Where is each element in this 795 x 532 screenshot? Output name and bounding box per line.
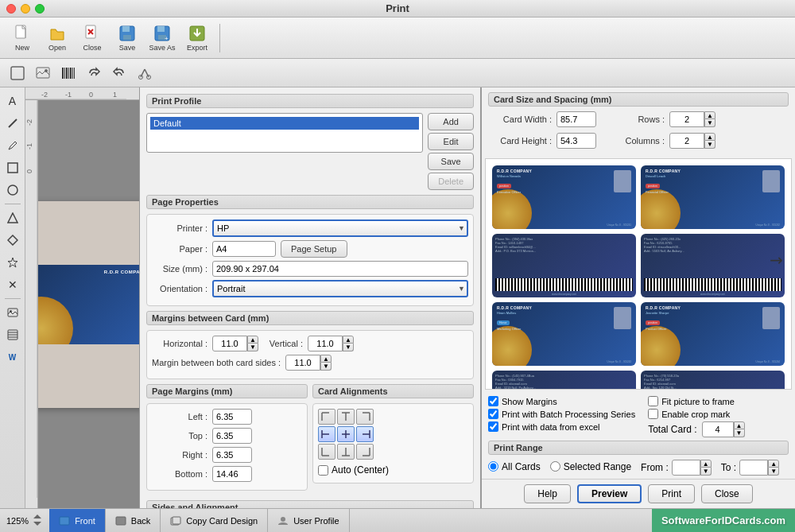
- between-up[interactable]: ▲: [320, 355, 332, 363]
- to-down[interactable]: ▼: [768, 468, 779, 476]
- user-profile-tab[interactable]: User Profile: [268, 509, 349, 532]
- pencil-tool[interactable]: [2, 135, 23, 156]
- align-center-top[interactable]: [337, 409, 355, 425]
- card-width-input[interactable]: [556, 111, 596, 127]
- rows-up[interactable]: ▲: [704, 111, 716, 119]
- horizontal-up[interactable]: ▲: [247, 336, 258, 344]
- fit-picture-checkbox[interactable]: [648, 396, 658, 406]
- save-profile-btn[interactable]: Save: [428, 153, 474, 170]
- save-button[interactable]: Save: [111, 21, 143, 56]
- open-button[interactable]: Open: [41, 21, 73, 56]
- new-button[interactable]: New: [6, 21, 38, 56]
- between-down[interactable]: ▼: [320, 363, 332, 371]
- card-height-input[interactable]: [556, 133, 596, 149]
- total-card-up[interactable]: ▲: [734, 421, 745, 429]
- paper-input[interactable]: [212, 241, 276, 257]
- enable-crop-checkbox[interactable]: [648, 409, 658, 419]
- from-up[interactable]: ▲: [700, 460, 712, 468]
- bottom-input[interactable]: [212, 466, 252, 482]
- zoom-stepper[interactable]: [32, 513, 43, 529]
- cut-btn[interactable]: [134, 62, 156, 84]
- line-tool[interactable]: [2, 113, 23, 134]
- orientation-select[interactable]: Portrait Landscape: [212, 280, 468, 297]
- horizontal-down[interactable]: ▼: [247, 344, 258, 351]
- undo-btn[interactable]: [83, 62, 105, 84]
- export-button[interactable]: Export: [181, 21, 213, 56]
- book-tool[interactable]: [2, 324, 23, 345]
- between-spinner: ▲ ▼: [285, 355, 332, 371]
- save-as-button[interactable]: + Save As: [146, 21, 178, 56]
- align-center-bot[interactable]: [337, 444, 355, 460]
- columns-up[interactable]: ▲: [704, 133, 716, 141]
- circle-tool[interactable]: [2, 180, 23, 200]
- to-input[interactable]: [739, 460, 768, 476]
- vertical-up[interactable]: ▲: [343, 336, 354, 344]
- align-right-bot[interactable]: [356, 444, 374, 460]
- align-left-bot[interactable]: [318, 444, 335, 460]
- printer-select[interactable]: HP: [212, 219, 468, 237]
- size-input[interactable]: [212, 261, 468, 277]
- excel-data-checkbox[interactable]: [488, 421, 498, 432]
- page-setup-btn[interactable]: Page Setup: [281, 240, 347, 258]
- star-tool[interactable]: [2, 252, 23, 273]
- top-input[interactable]: [212, 428, 252, 444]
- delete-profile-btn[interactable]: Delete: [428, 173, 474, 190]
- profile-item-default[interactable]: Default: [150, 117, 419, 130]
- triangle-tool[interactable]: [2, 208, 23, 228]
- image-tool[interactable]: [2, 302, 23, 323]
- select-tool-btn[interactable]: [6, 62, 29, 84]
- to-up[interactable]: ▲: [768, 460, 779, 468]
- help-btn[interactable]: Help: [524, 484, 571, 503]
- horizontal-input[interactable]: [212, 336, 247, 351]
- rectangle-tool[interactable]: [2, 157, 23, 178]
- text-tool[interactable]: A: [2, 91, 23, 111]
- print-btn[interactable]: Print: [648, 484, 695, 503]
- traffic-lights[interactable]: [6, 4, 45, 14]
- redo-btn[interactable]: [108, 62, 130, 84]
- vertical-input[interactable]: [308, 336, 343, 351]
- close-button[interactable]: Close: [76, 21, 108, 56]
- rows-down[interactable]: ▼: [704, 119, 716, 127]
- maximize-traffic-light[interactable]: [35, 4, 45, 14]
- selected-range-radio[interactable]: [550, 461, 560, 472]
- from-down[interactable]: ▼: [700, 468, 712, 476]
- align-left-top[interactable]: [318, 409, 335, 425]
- between-input[interactable]: [285, 355, 320, 371]
- show-margins-checkbox[interactable]: [488, 396, 498, 406]
- add-profile-btn[interactable]: Add: [428, 113, 474, 130]
- align-right-top[interactable]: [356, 409, 374, 425]
- back-tab[interactable]: Back: [106, 509, 161, 532]
- total-card-input[interactable]: [702, 421, 734, 437]
- selected-range-row: Selected Range: [550, 461, 631, 472]
- front-tab[interactable]: Front: [49, 509, 106, 532]
- status-tabs: 125% Front Back Copy Card Design User Pr…: [0, 509, 350, 532]
- columns-down[interactable]: ▼: [704, 141, 716, 149]
- copy-card-design-tab[interactable]: Copy Card Design: [161, 509, 268, 532]
- image-tool-btn[interactable]: [32, 62, 54, 84]
- profile-list[interactable]: Default: [146, 113, 423, 153]
- word-tool[interactable]: W: [2, 347, 23, 367]
- from-input[interactable]: [672, 460, 700, 476]
- close-traffic-light[interactable]: [6, 4, 16, 14]
- card6-info: R.D.R COMPANY Jeanette Sharpe position P…: [646, 305, 681, 331]
- vertical-down[interactable]: ▼: [343, 344, 354, 351]
- barcode-tool-btn[interactable]: [57, 62, 80, 84]
- align-center-mid[interactable]: [337, 426, 355, 442]
- columns-input[interactable]: [669, 133, 704, 149]
- rows-input[interactable]: [669, 111, 704, 127]
- left-input[interactable]: [212, 409, 252, 425]
- fit-picture-row: Fit picture to frame: [648, 396, 744, 406]
- batch-processing-checkbox[interactable]: [488, 409, 498, 419]
- diamond-tool[interactable]: [2, 230, 23, 250]
- total-card-down[interactable]: ▼: [734, 429, 745, 437]
- close-dialog-btn[interactable]: Close: [701, 484, 753, 503]
- auto-center-checkbox[interactable]: [318, 465, 328, 476]
- all-cards-radio[interactable]: [488, 461, 498, 472]
- minimize-traffic-light[interactable]: [21, 4, 30, 14]
- align-right-mid[interactable]: [356, 426, 374, 442]
- edit-profile-btn[interactable]: Edit: [428, 133, 474, 150]
- align-left-mid[interactable]: [318, 426, 335, 442]
- right-input[interactable]: [212, 447, 252, 463]
- preview-btn[interactable]: Preview: [577, 484, 642, 503]
- cross-tool[interactable]: ✕: [2, 274, 23, 295]
